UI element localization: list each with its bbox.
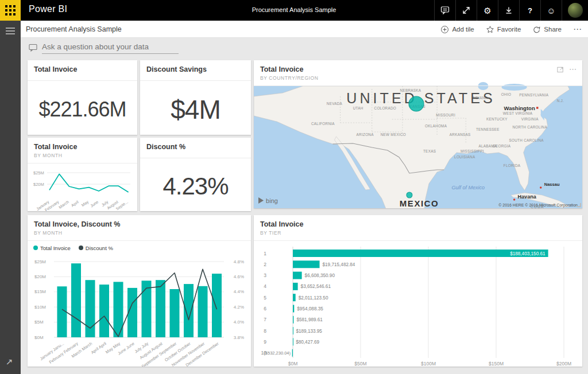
legend-item[interactable]: Total Invoice [33,245,71,251]
tile-total-invoice-card[interactable]: Total Invoice $221.66M [28,60,137,135]
help-button[interactable]: ? [519,0,540,21]
bar-tier-6[interactable] [293,305,294,313]
map-state-label: GEORGIA [493,144,511,148]
tile-title: Total Invoice [34,143,131,151]
tile-discount-pct-card[interactable]: Discount % 4.23% [140,138,251,211]
bar-total-invoice[interactable] [198,286,208,337]
dashboard-title: Procurement Analysis Sample [26,25,122,33]
toolbar-more-button[interactable]: ⋯ [573,24,582,34]
tile-total-invoice-by-month-line[interactable]: Total Invoice BY MONTH $25M$20MJanuaryFe… [28,138,137,211]
account-button[interactable] [562,0,588,21]
map-state-label: NEW MEXICO [381,133,406,137]
app-launcher-waffle-icon[interactable] [0,0,21,21]
bar-total-invoice[interactable] [156,280,165,337]
x-axis-label: $0M [288,361,298,367]
bar-total-invoice[interactable] [184,284,194,337]
gear-icon: ⚙ [483,6,491,15]
comments-button[interactable] [434,0,455,21]
bar-tier-9[interactable] [293,338,293,345]
fullscreen-diagonal-arrow-icon [462,6,471,15]
x-axis-label: $200M [556,361,571,367]
bar-total-invoice[interactable] [71,263,81,337]
qna-input[interactable]: Ask a question about your data [42,42,179,54]
right-axis-label: 4.6% [234,274,244,279]
line-discount-pct[interactable] [62,269,217,337]
bar-value-label: $188,403,150.61 [510,251,546,256]
total-invoice-line-series[interactable] [49,174,129,192]
download-button[interactable] [498,0,519,21]
bar-total-invoice[interactable] [99,285,109,337]
speech-bubble-icon [29,43,38,52]
x-axis-label: $150M [489,361,504,367]
tile-total-invoice-by-tier-bar[interactable]: Total Invoice BY TIER $0M$50M$100M$150M$… [254,215,582,367]
bar-value-label: $954,088.35 [297,306,323,311]
legend-item[interactable]: Discount % [79,245,113,251]
map-data-bubble[interactable] [409,96,424,111]
map-city-label: Nassau [544,182,560,187]
bar-tier-5[interactable] [293,294,296,301]
tile-title: Total Invoice [260,220,576,228]
bar-total-invoice[interactable] [86,280,95,337]
x-axis-label: April April [90,341,107,355]
tile-discount-savings-card[interactable]: Discount Savings $4M [140,60,251,135]
tier-category-label: 6 [264,306,266,311]
hamburger-menu-icon[interactable] [6,28,15,36]
bar-tier-7[interactable] [293,316,293,324]
legend-dot-icon [79,246,83,250]
bar-tier-8[interactable] [293,327,293,334]
bar-tier-2[interactable] [293,260,320,268]
bar-value-label: $3,652,546.61 [301,284,331,289]
kpi-value: $221.66M [38,98,126,122]
tile-total-invoice-by-country-map[interactable]: Total Invoice BY COUNTRY/REGION ⋯ NEBRAS… [254,60,582,208]
focus-mode-icon[interactable] [556,65,564,73]
product-name[interactable]: Power BI [29,4,67,14]
right-axis-label: 4.2% [234,305,244,310]
bar-tier-4[interactable] [293,283,298,290]
map-attribution: © 2016 HERE © 2016 Microsoft Corporation [498,203,578,208]
map-city-marker [513,198,515,200]
tier-category-label: 8 [264,328,266,334]
map-water-label: Gulf of Mexico [451,185,485,190]
tier-category-label: 3 [264,272,266,278]
fullscreen-button[interactable] [455,0,477,21]
tile-more-button[interactable]: ⋯ [569,67,577,72]
map-state-label: SOUTH CAROLINA [509,138,544,142]
avatar [568,3,583,18]
map-state-label: PENNSYLVANIA [519,93,549,97]
tile-title: Total Invoice, Discount % [34,220,245,228]
bar-tier-10[interactable] [292,349,293,357]
add-tile-button[interactable]: Add tile [440,25,474,34]
add-circle-icon [440,25,449,34]
line-chart-visual: $25M$20MJanuaryFebruaryMarchAprilMayJune… [33,167,131,211]
map-state-label: OHIO [501,92,511,96]
bing-logo-text: bing [266,197,278,204]
dashboard-toolbar: Procurement Analysis Sample Add tile Fav… [21,21,588,38]
bar-total-invoice[interactable] [170,289,180,337]
tile-invoice-discount-combo[interactable]: Total Invoice, Discount % BY MONTH Total… [28,215,251,367]
map-data-bubble[interactable] [407,192,412,198]
tile-subtitle: BY COUNTRY/REGION [260,75,576,81]
tile-subtitle: BY MONTH [34,230,245,236]
favorite-button[interactable]: Favorite [486,25,521,34]
expand-arrow-icon[interactable]: ↗ [6,357,13,367]
share-icon [532,25,541,34]
share-button[interactable]: Share [532,25,562,34]
bar-total-invoice[interactable] [142,280,152,337]
tile-resize-handle[interactable] [577,203,581,207]
tier-category-label: 4 [264,283,266,289]
left-axis-label: $15M [34,289,46,294]
bar-total-invoice[interactable] [212,274,222,337]
tile-title: Discount % [146,143,245,151]
feedback-button[interactable]: ☺ [540,0,562,21]
map-state-label: KENTUCKY [486,117,508,121]
right-axis-label: 3.8% [234,335,244,340]
bar-value-label: $2,011,123.50 [299,295,328,301]
map-state-label: COLORADO [374,106,397,110]
x-axis-label: $100M [421,361,436,367]
settings-button[interactable]: ⚙ [477,0,498,21]
map-visual[interactable]: NEBRASKANEVADAUTAHCOLORADOKANSASMISSOURI… [254,86,582,208]
bar-total-invoice[interactable] [127,288,137,337]
bar-tier-3[interactable] [293,272,302,279]
map-city-marker [536,107,538,108]
map-state-label: CALIFORNIA [311,122,335,126]
